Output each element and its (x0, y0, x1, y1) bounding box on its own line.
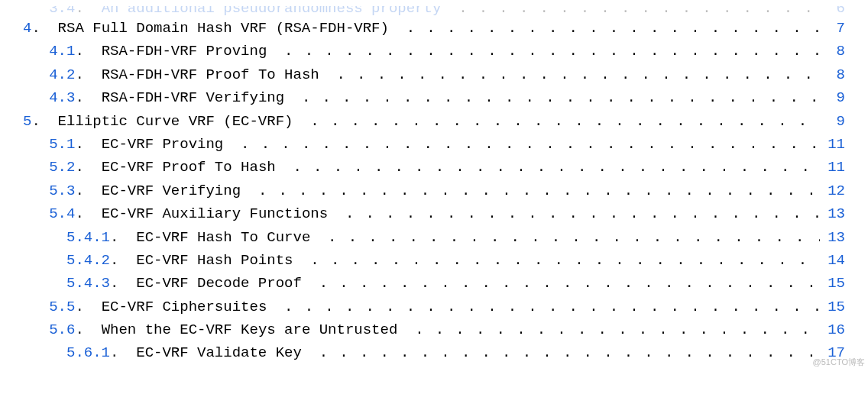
toc-section-number[interactable]: 5.1 (49, 133, 75, 156)
toc-entry: 3.4 . An additional pseudorandomness pro… (23, 6, 845, 17)
toc-leader-dots: . . . . . . . . . . . . . . . . . . . . … (328, 226, 820, 249)
toc-number-separator: . (75, 86, 83, 109)
toc-section-number[interactable]: 5 (23, 110, 31, 133)
toc-number-separator: . (31, 110, 40, 133)
toc-leader-dots: . . . . . . . . . . . . . . . . . . . . … (458, 6, 821, 17)
toc-page-number[interactable]: 15 (820, 296, 845, 318)
toc-leader-dots: . . . . . . . . . . . . . . . . . . . . … (284, 296, 820, 318)
toc-entry: 5.4.3. EC-VRF Decode Proof . . . . . . .… (23, 272, 845, 295)
toc-entry: 5.2. EC-VRF Proof To Hash . . . . . . . … (23, 156, 845, 179)
toc-title: EC-VRF Verifying (84, 179, 258, 202)
toc-title: RSA-FDH-VRF Proving (84, 40, 284, 63)
toc-page-number[interactable]: 11 (820, 156, 845, 179)
toc-entry: 5.4.2. EC-VRF Hash Points . . . . . . . … (23, 249, 845, 272)
toc-number-separator: . (31, 17, 40, 40)
toc-number-separator: . (110, 341, 118, 364)
toc-number-separator: . (75, 6, 83, 17)
toc-section-number[interactable]: 5.4.3 (66, 272, 110, 295)
toc-title: EC-VRF Ciphersuites (84, 296, 284, 318)
toc-number-separator: . (75, 63, 83, 86)
toc-page-number[interactable]: 15 (820, 272, 845, 295)
toc-title: RSA-FDH-VRF Proof To Hash (84, 63, 337, 86)
toc-section-number[interactable]: 5.4.2 (66, 249, 110, 272)
toc-container: 4. RSA Full Domain Hash VRF (RSA-FDH-VRF… (23, 17, 845, 365)
toc-number-separator: . (110, 249, 118, 272)
toc-page-number[interactable]: 8 (821, 40, 845, 63)
toc-section-number[interactable]: 3.4 (49, 6, 75, 17)
toc-section-number[interactable]: 4.1 (49, 40, 75, 63)
toc-page-number[interactable]: 12 (820, 179, 845, 202)
toc-indent (23, 156, 49, 179)
toc-number-separator: . (75, 179, 83, 202)
toc-title: EC-VRF Hash To Curve (118, 226, 328, 249)
toc-entry: 5.6. When the EC-VRF Keys are Untrusted … (23, 318, 845, 341)
toc-entry: 4. RSA Full Domain Hash VRF (RSA-FDH-VRF… (23, 17, 845, 40)
toc-section-number[interactable]: 4 (23, 17, 31, 40)
toc-section-number[interactable]: 5.4 (49, 202, 75, 225)
toc-title: EC-VRF Validate Key (118, 341, 319, 364)
toc-indent (23, 202, 49, 225)
toc-title: EC-VRF Proving (84, 133, 241, 156)
toc-title: EC-VRF Hash Points (118, 249, 310, 272)
toc-section-number[interactable]: 5.2 (49, 156, 75, 179)
toc-section-number[interactable]: 5.4.1 (66, 226, 110, 249)
toc-number-separator: . (110, 226, 118, 249)
toc-number-separator: . (75, 133, 83, 156)
toc-leader-dots: . . . . . . . . . . . . . . . . . . . . … (293, 156, 821, 179)
toc-page-number[interactable]: 9 (821, 86, 845, 109)
toc-leader-dots: . . . . . . . . . . . . . . . . . . . . … (319, 272, 821, 295)
toc-leader-dots: . . . . . . . . . . . . . . . . . . . . … (415, 318, 820, 341)
toc-title: An additional pseudorandomness property (84, 6, 458, 17)
toc-title: RSA-FDH-VRF Verifying (84, 86, 302, 109)
toc-section-number[interactable]: 4.3 (49, 86, 75, 109)
toc-leader-dots: . . . . . . . . . . . . . . . . . . . . … (302, 86, 821, 109)
toc-indent (23, 296, 49, 318)
toc-section-number[interactable]: 5.3 (49, 179, 75, 202)
toc-entry: 5.5. EC-VRF Ciphersuites . . . . . . . .… (23, 296, 845, 318)
toc-indent (23, 341, 66, 364)
toc-leader-dots: . . . . . . . . . . . . . . . . . . . . … (310, 110, 821, 133)
toc-section-number[interactable]: 5.6.1 (66, 341, 110, 364)
toc-title: EC-VRF Auxiliary Functions (84, 202, 345, 225)
toc-page-number[interactable]: 11 (820, 133, 845, 156)
toc-page-number[interactable]: 14 (820, 249, 845, 272)
toc-page-number[interactable]: 16 (820, 318, 845, 341)
toc-leader-dots: . . . . . . . . . . . . . . . . . . . . … (406, 17, 821, 40)
toc-indent (23, 6, 49, 17)
toc-leader-dots: . . . . . . . . . . . . . . . . . . . . … (319, 341, 821, 364)
toc-number-separator: . (75, 202, 83, 225)
toc-section-number[interactable]: 5.5 (49, 296, 75, 318)
toc-indent (23, 226, 66, 249)
toc-page-number[interactable]: 8 (821, 63, 845, 86)
watermark: @51CTO博客 (813, 356, 865, 370)
toc-page-number[interactable]: 13 (820, 226, 845, 249)
toc-leader-dots: . . . . . . . . . . . . . . . . . . . . … (258, 179, 820, 202)
toc-page-number[interactable]: 13 (820, 202, 845, 225)
toc-title: RSA Full Domain Hash VRF (RSA-FDH-VRF) (40, 17, 406, 40)
toc-number-separator: . (75, 296, 83, 318)
toc-number-separator: . (110, 272, 118, 295)
toc-number-separator: . (75, 318, 83, 341)
toc-page-number[interactable]: 9 (821, 110, 845, 133)
toc-title: Elliptic Curve VRF (EC-VRF) (40, 110, 310, 133)
toc-entry: 4.1. RSA-FDH-VRF Proving . . . . . . . .… (23, 40, 845, 63)
toc-leader-dots: . . . . . . . . . . . . . . . . . . . . … (345, 202, 820, 225)
toc-entry: 5.4. EC-VRF Auxiliary Functions . . . . … (23, 202, 845, 225)
toc-cutoff-row: 3.4 . An additional pseudorandomness pro… (23, 6, 845, 17)
toc-page-number[interactable]: 6 (821, 6, 845, 17)
toc-indent (23, 179, 49, 202)
toc-indent (23, 318, 49, 341)
toc-leader-dots: . . . . . . . . . . . . . . . . . . . . … (337, 63, 821, 86)
toc-indent (23, 272, 66, 295)
toc-indent (23, 133, 49, 156)
toc-section-number[interactable]: 4.2 (49, 63, 75, 86)
toc-title: EC-VRF Proof To Hash (84, 156, 293, 179)
toc-indent (23, 86, 49, 109)
toc-page-number[interactable]: 7 (821, 17, 845, 40)
toc-indent (23, 40, 49, 63)
toc-entry: 5.4.1. EC-VRF Hash To Curve . . . . . . … (23, 226, 845, 249)
toc-section-number[interactable]: 5.6 (49, 318, 75, 341)
toc-title: EC-VRF Decode Proof (118, 272, 319, 295)
toc-entry: 5.3. EC-VRF Verifying . . . . . . . . . … (23, 179, 845, 202)
toc-leader-dots: . . . . . . . . . . . . . . . . . . . . … (284, 40, 821, 63)
